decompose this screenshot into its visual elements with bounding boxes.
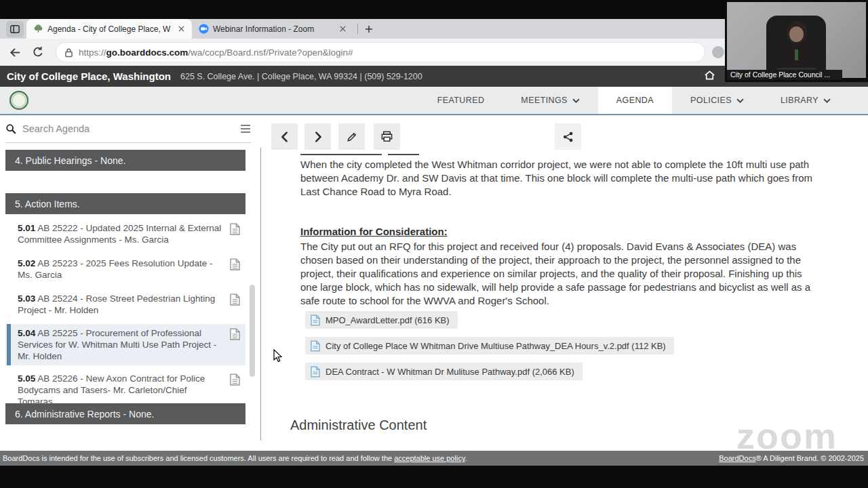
mouse-cursor: [273, 349, 283, 363]
site-title: City of College Place, Washington: [7, 70, 171, 82]
url-field[interactable]: https://go.boarddocs.com/wa/cocp/Board.n…: [56, 42, 705, 62]
zoom-icon: [199, 24, 209, 34]
boarddocs-nav: FEATURED MEETINGS AGENDA POLICIES LIBRAR…: [0, 87, 868, 114]
pdf-file-icon: [311, 314, 320, 326]
next-item-button[interactable]: [304, 123, 331, 150]
nav-agenda[interactable]: AGENDA: [598, 87, 672, 114]
divider: [5, 142, 251, 143]
document-icon: [230, 293, 240, 308]
chevron-down-icon: [736, 98, 744, 103]
edit-button[interactable]: [338, 123, 365, 150]
pdf-file-icon: [311, 340, 320, 352]
close-tab-icon[interactable]: [337, 24, 348, 35]
section-public-hearings[interactable]: 4. Public Hearings - None.: [5, 150, 245, 171]
home-icon: [704, 70, 715, 81]
tab-divider: [357, 24, 358, 34]
tab-layout-icon[interactable]: [6, 21, 24, 37]
search-icon: [5, 123, 16, 134]
nav-featured[interactable]: FEATURED: [419, 87, 503, 114]
section-action-items[interactable]: 5. Action Items.: [5, 193, 245, 214]
chevron-down-icon: [823, 98, 831, 103]
document-icon: [230, 328, 240, 343]
document-icon: [230, 223, 240, 238]
pdf-file-icon: [311, 366, 320, 378]
tree-icon: [33, 24, 43, 34]
attachment-dea-hours[interactable]: City of College Place W Whitman Drive Mu…: [305, 337, 674, 354]
nav-library[interactable]: LIBRARY: [762, 87, 849, 114]
agenda-item-5-03[interactable]: 5.03 AB 25224 - Rose Street Pedestrian L…: [5, 289, 245, 319]
workspaces-icon: [9, 24, 20, 35]
printer-icon: [380, 130, 393, 143]
new-tab-button[interactable]: [362, 22, 376, 36]
print-button[interactable]: [374, 123, 400, 150]
sidebar-scrollbar[interactable]: [250, 285, 255, 377]
speaker-face: [789, 26, 804, 42]
tab-title: Agenda - City of College Place, W: [47, 24, 172, 34]
pencil-icon: [346, 131, 358, 143]
consideration-paragraph: The City put out an RFQ for this project…: [300, 240, 814, 308]
tab-title: Webinar Information - Zoom: [213, 24, 333, 34]
agenda-item-5-04-selected[interactable]: 5.04 AB 25225 - Procurement of Professio…: [5, 324, 245, 365]
chevron-down-icon: [572, 98, 580, 103]
footer-left-text: BoardDocs is intended for the use of sub…: [3, 454, 467, 462]
consideration-heading: Information for Consideration:: [300, 226, 448, 237]
speaker-lanyard: [795, 49, 798, 60]
share-button[interactable]: [555, 123, 581, 150]
zoom-watermark: zoom: [736, 415, 837, 457]
attachment-mpo-award-letter[interactable]: MPO_AwardLetter.pdf (616 KB): [305, 311, 458, 329]
webcam-name-label: City of College Place Council ...: [727, 70, 842, 80]
nav-policies[interactable]: POLICIES: [672, 87, 762, 114]
arrow-left-icon: [9, 46, 22, 59]
webcam-video: [727, 2, 866, 78]
document-icon: [230, 258, 240, 273]
agenda-search: [5, 119, 251, 138]
tab-zoom[interactable]: Webinar Information - Zoom: [192, 19, 353, 39]
intro-paragraph: When the city completed the West Whitman…: [300, 158, 814, 199]
attachment-dea-contract[interactable]: DEA Contract - W Whitman Dr Mulituse Pat…: [305, 363, 583, 380]
agenda-item-5-01[interactable]: 5.01 AB 25222 - Updated 2025 Internal & …: [5, 219, 245, 249]
menu-icon[interactable]: [240, 125, 251, 133]
previous-item-button[interactable]: [271, 123, 298, 150]
search-input[interactable]: [22, 123, 240, 134]
nav-meetings[interactable]: MEETINGS: [502, 87, 597, 114]
clipped-heading-underline: [300, 154, 382, 155]
administrative-content-heading: Administrative Content: [290, 418, 427, 433]
nav-items: FEATURED MEETINGS AGENDA POLICIES LIBRAR…: [419, 87, 849, 114]
section-administrative-reports[interactable]: 6. Administrative Reports - None.: [5, 403, 245, 424]
refresh-button[interactable]: [30, 44, 46, 60]
main-area: 4. Public Hearings - None. 5. Action Ite…: [0, 115, 868, 451]
back-button[interactable]: [7, 44, 23, 60]
close-tab-icon[interactable]: [176, 24, 186, 35]
tab-agenda[interactable]: Agenda - City of College Place, W: [26, 19, 192, 39]
document-icon: [230, 373, 240, 388]
refresh-icon: [32, 46, 44, 58]
lock-icon: [64, 47, 73, 58]
chevron-left-icon: [279, 131, 291, 143]
home-button[interactable]: [704, 70, 715, 83]
acceptable-use-policy-link[interactable]: acceptable use policy: [394, 454, 465, 462]
webcam-panel: City of College Place Council ...: [725, 0, 868, 82]
plus-icon: [365, 25, 373, 33]
agenda-item-5-02[interactable]: 5.02 AB 25223 - 2025 Fees Resolution Upd…: [5, 254, 245, 284]
url-text: https://go.boarddocs.com/wa/cocp/Board.n…: [79, 47, 353, 58]
chevron-right-icon: [312, 131, 324, 143]
city-seal-logo: [9, 91, 28, 110]
site-contact: 625 S. College Ave. | College Place, WA …: [180, 72, 422, 81]
clipped-heading-underline: [388, 154, 419, 155]
letterbox-bottom: [0, 466, 868, 488]
content-divider: [260, 148, 261, 441]
share-icon: [562, 131, 574, 143]
profile-avatar[interactable]: [712, 46, 724, 58]
